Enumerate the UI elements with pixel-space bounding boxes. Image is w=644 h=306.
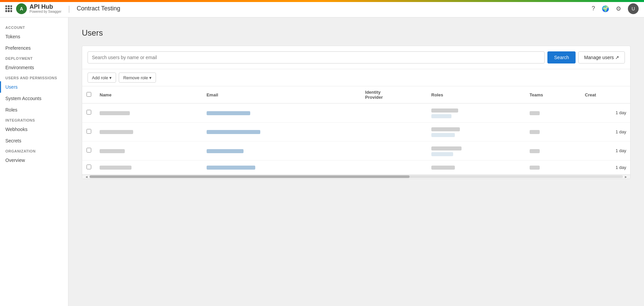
sidebar-item-secrets[interactable]: Secrets bbox=[0, 135, 68, 146]
logo-icon: A bbox=[16, 3, 27, 14]
nav-right: ? 🌍 ⚙ U bbox=[592, 3, 639, 14]
table-row: 1 day bbox=[82, 160, 630, 174]
chevron-down-icon: ▾ bbox=[109, 75, 112, 80]
row-name bbox=[96, 141, 203, 161]
grid-menu-icon[interactable] bbox=[5, 5, 12, 12]
row-email bbox=[203, 160, 361, 174]
top-nav: A API Hub Powered by Swagger | Contract … bbox=[0, 0, 644, 17]
row-checkbox-cell bbox=[82, 160, 96, 174]
manage-users-button[interactable]: Manage users ↗ bbox=[578, 51, 625, 63]
section-label-organization: ORGANIZATION bbox=[0, 146, 68, 155]
row-teams bbox=[526, 141, 581, 161]
search-button[interactable]: Search bbox=[547, 51, 576, 63]
row-email bbox=[203, 141, 361, 161]
row-name bbox=[96, 103, 203, 123]
sidebar: ACCOUNT Tokens Preferences DEPLOYMENT En… bbox=[0, 17, 68, 306]
sidebar-item-environments[interactable]: Environments bbox=[0, 62, 68, 73]
row-teams bbox=[526, 103, 581, 123]
sidebar-item-users[interactable]: Users bbox=[0, 81, 68, 93]
row-roles bbox=[427, 141, 526, 161]
logo-main: API Hub bbox=[30, 4, 61, 10]
horizontal-scrollbar[interactable]: ◄ ► bbox=[82, 175, 630, 179]
table-row: 1 day bbox=[82, 141, 630, 161]
page-title: Users bbox=[82, 28, 631, 38]
row-email bbox=[203, 122, 361, 141]
search-input[interactable] bbox=[88, 51, 545, 63]
users-table-body: 1 day 1 day bbox=[82, 103, 630, 175]
select-all-checkbox[interactable] bbox=[87, 92, 91, 97]
row-checkbox-cell bbox=[82, 141, 96, 161]
sidebar-item-overview[interactable]: Overview bbox=[0, 155, 68, 166]
sidebar-item-preferences[interactable]: Preferences bbox=[0, 42, 68, 54]
col-email: Email bbox=[203, 86, 361, 103]
logo-text: API Hub Powered by Swagger bbox=[30, 4, 61, 13]
main-content: Users Search Manage users ↗ Add role ▾ R… bbox=[68, 17, 644, 306]
row-checkbox[interactable] bbox=[87, 148, 91, 152]
row-checkbox[interactable] bbox=[87, 129, 91, 134]
logo-container: A API Hub Powered by Swagger bbox=[16, 3, 61, 14]
row-identity-provider bbox=[361, 122, 427, 141]
table-header-row: Name Email IdentityProvider Roles Teams … bbox=[82, 86, 630, 103]
chevron-down-icon-2: ▾ bbox=[149, 75, 152, 80]
logo-sub: Powered by Swagger bbox=[30, 10, 61, 13]
row-identity-provider bbox=[361, 103, 427, 123]
section-label-deployment: DEPLOYMENT bbox=[0, 54, 68, 62]
row-created: 1 day bbox=[581, 103, 630, 123]
section-label-account: ACCOUNT bbox=[0, 23, 68, 31]
scroll-right-arrow[interactable]: ► bbox=[623, 175, 629, 179]
app-title: Contract Testing bbox=[77, 5, 120, 12]
col-created: Creat bbox=[581, 86, 630, 103]
layout: ACCOUNT Tokens Preferences DEPLOYMENT En… bbox=[0, 17, 644, 306]
row-roles bbox=[427, 160, 526, 174]
row-created: 1 day bbox=[581, 160, 630, 174]
smartbear-bar bbox=[0, 0, 644, 2]
user-avatar[interactable]: U bbox=[628, 3, 639, 14]
scrollbar-thumb bbox=[90, 175, 410, 178]
col-name: Name bbox=[96, 86, 203, 103]
row-name bbox=[96, 160, 203, 174]
row-created: 1 day bbox=[581, 141, 630, 161]
col-roles: Roles bbox=[427, 86, 526, 103]
row-checkbox[interactable] bbox=[87, 110, 91, 115]
row-email bbox=[203, 103, 361, 123]
sidebar-item-roles[interactable]: Roles bbox=[0, 104, 68, 116]
table-row: 1 day bbox=[82, 103, 630, 123]
row-roles bbox=[427, 103, 526, 123]
scrollbar-track bbox=[90, 175, 623, 178]
row-created: 1 day bbox=[581, 122, 630, 141]
scroll-left-arrow[interactable]: ◄ bbox=[84, 175, 90, 179]
col-identity-provider: IdentityProvider bbox=[361, 86, 427, 103]
row-name bbox=[96, 122, 203, 141]
row-teams bbox=[526, 160, 581, 174]
section-label-integrations: INTEGRATIONS bbox=[0, 116, 68, 124]
col-checkbox bbox=[82, 86, 96, 103]
row-checkbox[interactable] bbox=[87, 165, 91, 169]
table-row: 1 day bbox=[82, 122, 630, 141]
sidebar-item-tokens[interactable]: Tokens bbox=[0, 31, 68, 42]
row-checkbox-cell bbox=[82, 103, 96, 123]
users-table-container: Name Email IdentityProvider Roles Teams … bbox=[82, 86, 630, 175]
row-identity-provider bbox=[361, 160, 427, 174]
users-table: Name Email IdentityProvider Roles Teams … bbox=[82, 86, 630, 175]
row-checkbox-cell bbox=[82, 122, 96, 141]
remove-role-button[interactable]: Remove role ▾ bbox=[119, 73, 156, 83]
row-roles bbox=[427, 122, 526, 141]
filter-bar: Add role ▾ Remove role ▾ bbox=[82, 69, 630, 86]
row-identity-provider bbox=[361, 141, 427, 161]
settings-icon[interactable]: ⚙ bbox=[616, 5, 621, 12]
search-bar: Search Manage users ↗ bbox=[82, 46, 630, 69]
sidebar-item-system-accounts[interactable]: System Accounts bbox=[0, 93, 68, 104]
section-label-users-perms: USERS AND PERMISSIONS bbox=[0, 73, 68, 81]
help-icon[interactable]: ? bbox=[592, 5, 595, 12]
add-role-button[interactable]: Add role ▾ bbox=[88, 73, 116, 83]
nav-divider: | bbox=[68, 4, 70, 13]
sidebar-item-webhooks[interactable]: Webhooks bbox=[0, 124, 68, 135]
col-teams: Teams bbox=[526, 86, 581, 103]
globe-icon[interactable]: 🌍 bbox=[602, 5, 609, 12]
row-teams bbox=[526, 122, 581, 141]
users-card: Search Manage users ↗ Add role ▾ Remove … bbox=[82, 46, 631, 179]
nav-left: A API Hub Powered by Swagger | Contract … bbox=[5, 3, 120, 14]
